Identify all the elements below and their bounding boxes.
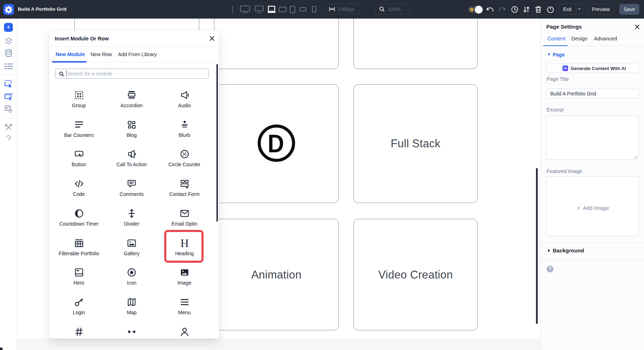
svg-text:H: H — [180, 238, 189, 248]
svg-text:D: D — [268, 130, 284, 158]
